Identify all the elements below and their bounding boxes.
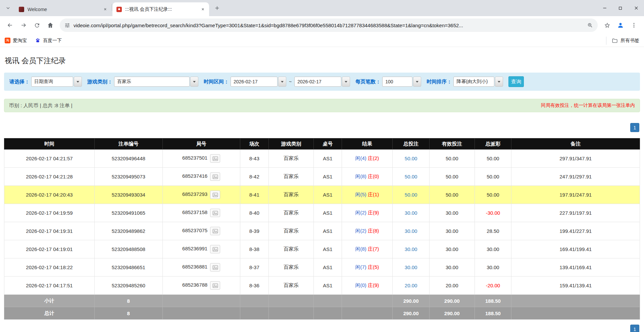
cell-session: 8-42 <box>240 168 268 186</box>
cell-bet-id: 523209489862 <box>94 222 162 240</box>
page-number-button[interactable]: 1 <box>630 123 639 132</box>
cell-payout: -20.00 <box>475 277 511 295</box>
bet-records-table: 时间注单编号局号场次游戏类别桌号结果总投注有效投注总派彩备注 2026-02-1… <box>4 138 640 320</box>
address-bar[interactable]: videoie.com/ipl/portal.php/game/betrecor… <box>60 18 598 32</box>
date-to-input[interactable] <box>294 77 341 87</box>
all-bookmarks-button[interactable]: 所有书签 <box>606 37 639 45</box>
game-result-image-icon[interactable] <box>210 263 220 272</box>
page-number-button-bottom[interactable]: 1 <box>630 325 639 332</box>
browser-menu-icon[interactable] <box>627 18 641 32</box>
table-row: 2026-02-17 04:20:43 523209493034 6852372… <box>4 186 640 204</box>
game-type-input[interactable] <box>114 77 190 87</box>
game-result-image-icon[interactable] <box>210 245 220 253</box>
cell-round: 685236991 <box>162 240 240 258</box>
select-type-combobox <box>31 77 82 87</box>
cell-time: 2026-02-17 04:20:43 <box>4 186 95 204</box>
cell-note: 199.41/227.91 <box>511 222 640 240</box>
date-to-combobox <box>294 77 350 87</box>
banker-result: 庄(8) <box>368 228 379 234</box>
url-text[interactable]: videoie.com/ipl/portal.php/game/betrecor… <box>73 23 584 28</box>
select-type-dropdown-icon[interactable] <box>74 77 82 87</box>
maximize-button[interactable] <box>612 0 628 16</box>
game-result-image-icon[interactable] <box>210 227 220 235</box>
cell-session: 8-36 <box>240 277 268 295</box>
cell-time: 2026-02-17 04:19:59 <box>4 204 95 222</box>
cell-bet-id: 523209496448 <box>94 150 162 168</box>
game-result-image-icon[interactable] <box>210 154 220 163</box>
cell-bet-id: 523209486651 <box>94 258 162 277</box>
page-title: 视讯 会员下注纪录 <box>5 56 644 66</box>
back-icon[interactable] <box>3 18 17 32</box>
cell-valid-bet: 50.00 <box>430 150 475 168</box>
zoom-icon[interactable] <box>587 22 593 28</box>
tab-search-chevron-icon[interactable] <box>5 5 11 11</box>
empty-cell <box>314 307 342 320</box>
cell-total-bet[interactable]: 30.00 <box>393 240 430 258</box>
cell-result: 闲(8) 庄(0) <box>342 168 393 186</box>
column-header: 游戏类别 <box>268 138 313 150</box>
reload-icon[interactable] <box>30 18 44 32</box>
cell-valid-bet: 20.00 <box>430 277 475 295</box>
cell-valid-bet: 30.00 <box>430 240 475 258</box>
profile-icon[interactable] <box>614 18 627 32</box>
welcome-tab-favicon-icon <box>19 7 24 12</box>
player-result: 闲(4) <box>355 155 366 161</box>
page-content: 视讯 会员下注纪录 请选择： 游戏类别： 时间区间： ~ 每页笔数： 时间排序： <box>0 56 644 332</box>
cell-total-bet[interactable]: 20.00 <box>393 277 430 295</box>
bookmark-aitaobao[interactable]: 淘 爱淘宝 <box>5 38 27 44</box>
forward-icon[interactable] <box>17 18 30 32</box>
banker-result: 庄(0) <box>368 173 379 179</box>
game-result-image-icon[interactable] <box>210 172 220 181</box>
date-to-dropdown-icon[interactable] <box>342 77 350 87</box>
date-range-label: 时间区间： <box>204 79 229 85</box>
tab-divider <box>112 4 112 11</box>
cell-total-bet[interactable]: 50.00 <box>393 168 430 186</box>
game-result-image-icon[interactable] <box>210 209 220 217</box>
close-window-button[interactable] <box>628 0 644 16</box>
cell-payout: 50.00 <box>475 186 511 204</box>
date-from-dropdown-icon[interactable] <box>278 77 286 87</box>
cell-game-type: 百家乐 <box>268 240 313 258</box>
tab-bet-record[interactable]: :::视讯 会员下注纪录::: <box>112 2 209 16</box>
browser-window: Welcome :::视讯 会员下注纪录::: <box>0 0 644 47</box>
cell-total-bet[interactable]: 30.00 <box>393 222 430 240</box>
cell-total-bet[interactable]: 50.00 <box>393 186 430 204</box>
bookmark-baidu[interactable]: 百度一下 <box>35 38 62 44</box>
game-result-image-icon[interactable] <box>210 281 220 290</box>
tab-close-icon[interactable] <box>102 6 108 12</box>
minimize-button[interactable] <box>597 0 612 16</box>
site-settings-icon[interactable] <box>64 23 70 28</box>
bookmark-star-icon[interactable] <box>600 18 614 32</box>
page-size-input[interactable] <box>382 77 412 87</box>
date-from-input[interactable] <box>231 77 278 87</box>
filter-bar: 请选择： 游戏类别： 时间区间： ~ 每页笔数： 时间排序： <box>4 73 640 91</box>
cell-payout: 30.00 <box>475 258 511 277</box>
cell-total-bet[interactable]: 30.00 <box>393 204 430 222</box>
subtotal-row: 小计 8 290.00 290.00 188.50 <box>4 295 640 307</box>
cell-result: 闲(2) 庄(9) <box>342 204 393 222</box>
table-row: 2026-02-17 04:17:51 523209485260 6852367… <box>4 277 640 295</box>
game-type-dropdown-icon[interactable] <box>190 77 198 87</box>
cell-result: 闲(5) 庄(1) <box>342 186 393 204</box>
cell-valid-bet: 50.00 <box>430 186 475 204</box>
cell-result: 闲(8) 庄(7) <box>342 240 393 258</box>
home-icon[interactable] <box>44 18 57 32</box>
cell-payout: 30.00 <box>475 240 511 258</box>
page-size-dropdown-icon[interactable] <box>413 77 421 87</box>
search-button[interactable]: 查询 <box>508 76 524 87</box>
new-tab-button[interactable] <box>212 3 222 13</box>
player-result: 闲(7) <box>355 264 366 270</box>
cell-table-no: AS1 <box>314 222 342 240</box>
valid-bet-notice-text: 同局有效投注，统一计算在该局第一张注单内 <box>541 102 635 109</box>
round-number: 685237416 <box>182 173 207 179</box>
cell-total-bet[interactable]: 50.00 <box>393 150 430 168</box>
time-sort-input[interactable] <box>453 77 494 87</box>
tab-close-icon[interactable] <box>200 6 206 12</box>
game-result-image-icon[interactable] <box>210 191 220 199</box>
time-sort-dropdown-icon[interactable] <box>495 77 503 87</box>
cell-total-bet[interactable]: 30.00 <box>393 258 430 277</box>
cell-round: 685237158 <box>162 204 240 222</box>
select-type-input[interactable] <box>31 77 73 87</box>
empty-cell <box>268 307 313 320</box>
tab-welcome[interactable]: Welcome <box>15 2 111 16</box>
